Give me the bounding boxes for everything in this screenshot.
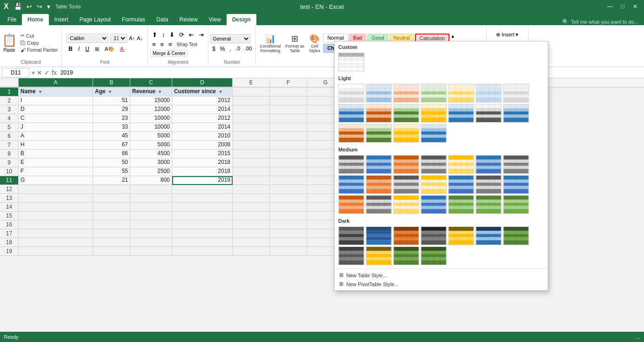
cell-e11[interactable] <box>233 176 270 185</box>
tab-design[interactable]: Design <box>227 14 256 25</box>
cell-b6[interactable]: 45 <box>93 132 130 141</box>
table-style-medium-8[interactable] <box>338 175 364 194</box>
increase-decimal-button[interactable]: .00 <box>243 45 254 53</box>
cell-e6[interactable] <box>233 132 270 141</box>
cell-d4[interactable]: 2012 <box>172 114 233 123</box>
font-color-button[interactable]: A <box>118 45 125 53</box>
col-header-d[interactable]: D <box>172 78 233 87</box>
row-num-8[interactable]: 8 <box>0 150 19 158</box>
cell-a5[interactable]: J <box>19 123 93 132</box>
cell-c1[interactable]: Revenue ▼ <box>130 88 172 96</box>
minimize-icon[interactable]: — <box>604 3 616 10</box>
cut-button[interactable]: ✂ Cut <box>19 32 60 39</box>
table-style-dark-2[interactable] <box>366 226 392 245</box>
row-num-7[interactable]: 7 <box>0 141 19 150</box>
cell-b9[interactable]: 50 <box>93 158 130 167</box>
table-style-light-1[interactable] <box>338 84 364 103</box>
table-style-light-10[interactable] <box>393 104 419 123</box>
table-style-dark-3[interactable] <box>393 226 419 245</box>
table-style-light-5[interactable] <box>448 84 474 103</box>
row-num-4[interactable]: 4 <box>0 114 19 123</box>
table-style-dark-5[interactable] <box>448 226 474 245</box>
tab-review[interactable]: Review <box>174 14 203 25</box>
table-style-medium-5[interactable] <box>448 155 474 174</box>
cell-f7[interactable] <box>270 141 307 150</box>
align-center-button[interactable]: ≡ <box>158 40 166 49</box>
row-num-16[interactable]: 16 <box>0 220 19 229</box>
cell-e5[interactable] <box>233 123 270 132</box>
cell-f3[interactable] <box>270 105 307 114</box>
cell-a4[interactable]: C <box>19 114 93 123</box>
accounting-button[interactable]: $ <box>210 45 217 53</box>
number-format-select[interactable]: General <box>210 34 250 43</box>
cell-d9[interactable]: 2018 <box>172 158 233 167</box>
table-style-medium-11[interactable] <box>421 175 447 194</box>
table-style-dark-1[interactable] <box>338 226 364 245</box>
enter-formula-icon[interactable]: ✓ <box>44 69 50 76</box>
cell-a1[interactable]: Name ▼ <box>19 88 93 96</box>
cancel-formula-icon[interactable]: ✕ <box>37 69 42 76</box>
merge-center-button[interactable]: Merge & Center <box>150 50 188 57</box>
cell-b10[interactable]: 55 <box>93 167 130 176</box>
format-painter-button[interactable]: 🖌 Format Painter <box>19 47 60 53</box>
table-style-dark-8[interactable] <box>338 246 364 256</box>
tab-file[interactable]: File <box>2 14 22 25</box>
insert-dropdown-icon[interactable]: ▾ <box>516 32 518 38</box>
tab-view[interactable]: View <box>203 14 227 25</box>
cell-f6[interactable] <box>270 132 307 141</box>
table-style-dark-11[interactable] <box>421 246 447 256</box>
cell-f9[interactable] <box>270 158 307 167</box>
col-header-a[interactable]: A <box>19 78 93 87</box>
name-box[interactable] <box>2 68 30 77</box>
row-num-1[interactable]: 1 <box>0 88 19 96</box>
insert-function-icon[interactable]: fx <box>52 69 57 76</box>
italic-button[interactable]: I <box>76 45 81 53</box>
cell-a2[interactable]: I <box>19 96 93 105</box>
col-header-f[interactable]: F <box>270 78 307 87</box>
table-style-light-17[interactable] <box>393 124 419 143</box>
cell-c10[interactable]: 2500 <box>130 167 172 176</box>
tab-insert[interactable]: Insert <box>49 14 74 25</box>
filter-b1-icon[interactable]: ▼ <box>108 89 112 94</box>
cell-c4[interactable]: 10000 <box>130 114 172 123</box>
cell-e3[interactable] <box>233 105 270 114</box>
align-left-button[interactable]: ≡ <box>150 40 158 49</box>
cell-a8[interactable]: B <box>19 150 93 158</box>
cell-a12[interactable] <box>19 185 93 194</box>
table-style-light-14[interactable] <box>503 104 529 123</box>
row-num-19[interactable]: 19 <box>0 247 19 256</box>
underline-button[interactable]: U <box>83 45 91 53</box>
row-num-13[interactable]: 13 <box>0 194 19 203</box>
cell-c2[interactable]: 15000 <box>130 96 172 105</box>
table-style-medium-4[interactable] <box>421 155 447 174</box>
cell-d6[interactable]: 2010 <box>172 132 233 141</box>
table-style-medium-7[interactable] <box>503 155 529 174</box>
table-style-light-6[interactable] <box>476 84 502 103</box>
cell-d1[interactable]: Customer since ▼ <box>172 88 233 96</box>
table-style-dark-4[interactable] <box>421 226 447 245</box>
fill-color-button[interactable]: A🎨 <box>103 45 116 53</box>
table-style-light-9[interactable] <box>366 104 392 123</box>
cell-c9[interactable]: 3000 <box>130 158 172 167</box>
table-style-light-2[interactable] <box>366 84 392 103</box>
cell-styles-button[interactable]: 🎨 CellStyles <box>307 33 322 54</box>
bold-button[interactable]: B <box>67 45 74 53</box>
table-style-dark-6[interactable] <box>476 226 502 245</box>
text-direction-button[interactable]: ⟳ <box>177 30 186 39</box>
cell-a11[interactable]: G <box>19 176 93 185</box>
cell-c6[interactable]: 5000 <box>130 132 172 141</box>
cell-c3[interactable]: 12000 <box>130 105 172 114</box>
increase-font-icon[interactable]: A↑ <box>129 35 135 41</box>
tab-home[interactable]: Home <box>22 14 48 25</box>
cell-a10[interactable]: F <box>19 167 93 176</box>
cell-c11[interactable]: 800 <box>130 176 172 185</box>
cell-e1[interactable] <box>233 88 270 96</box>
table-style-light-11[interactable] <box>421 104 447 123</box>
table-style-dark-10[interactable] <box>393 246 419 256</box>
table-style-medium-1[interactable] <box>338 155 364 174</box>
row-num-11[interactable]: 11 <box>0 176 19 185</box>
format-as-table-button[interactable]: ⊞ Format asTable <box>283 33 306 54</box>
row-num-17[interactable]: 17 <box>0 229 19 238</box>
table-style-medium-2[interactable] <box>366 155 392 174</box>
cell-d11[interactable]: 2019 <box>172 176 233 185</box>
